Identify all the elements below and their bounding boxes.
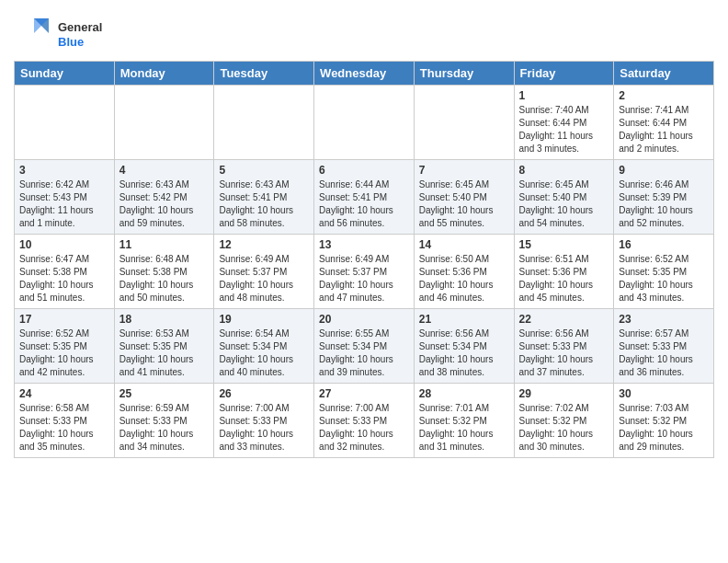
day-number: 24 <box>19 387 109 400</box>
day-number: 25 <box>119 387 210 400</box>
week-row-0: 1Sunrise: 7:40 AM Sunset: 6:44 PM Daylig… <box>15 86 714 160</box>
calendar-table: SundayMondayTuesdayWednesdayThursdayFrid… <box>14 61 714 458</box>
day-info: Sunrise: 7:00 AM Sunset: 5:33 PM Dayligh… <box>319 402 409 454</box>
day-number: 21 <box>419 313 509 326</box>
calendar-cell: 21Sunrise: 6:56 AM Sunset: 5:34 PM Dayli… <box>414 309 514 384</box>
day-info: Sunrise: 6:43 AM Sunset: 5:42 PM Dayligh… <box>119 178 210 230</box>
day-number: 30 <box>619 387 709 400</box>
calendar-cell <box>15 86 115 160</box>
calendar-cell: 13Sunrise: 6:49 AM Sunset: 5:37 PM Dayli… <box>314 235 415 309</box>
weekday-header-wednesday: Wednesday <box>314 62 415 86</box>
day-info: Sunrise: 6:42 AM Sunset: 5:43 PM Dayligh… <box>19 178 109 230</box>
calendar-cell: 3Sunrise: 6:42 AM Sunset: 5:43 PM Daylig… <box>15 160 115 235</box>
day-info: Sunrise: 6:52 AM Sunset: 5:35 PM Dayligh… <box>619 253 709 304</box>
logo-icon <box>14 15 54 55</box>
day-info: Sunrise: 7:03 AM Sunset: 5:32 PM Dayligh… <box>619 402 709 454</box>
day-number: 5 <box>219 164 309 177</box>
weekday-header-saturday: Saturday <box>614 62 714 86</box>
calendar-container: General Blue SundayMondayTuesdayWednesda… <box>0 0 728 467</box>
day-number: 3 <box>19 164 109 177</box>
day-info: Sunrise: 6:56 AM Sunset: 5:34 PM Dayligh… <box>419 327 509 379</box>
calendar-cell: 20Sunrise: 6:55 AM Sunset: 5:34 PM Dayli… <box>314 309 415 384</box>
calendar-cell: 28Sunrise: 7:01 AM Sunset: 5:32 PM Dayli… <box>414 384 514 458</box>
day-number: 19 <box>219 313 309 326</box>
day-number: 27 <box>319 387 409 400</box>
calendar-cell: 11Sunrise: 6:48 AM Sunset: 5:38 PM Dayli… <box>114 235 214 309</box>
calendar-cell: 17Sunrise: 6:52 AM Sunset: 5:35 PM Dayli… <box>15 309 115 384</box>
day-info: Sunrise: 6:59 AM Sunset: 5:33 PM Dayligh… <box>119 402 210 454</box>
day-info: Sunrise: 7:40 AM Sunset: 6:44 PM Dayligh… <box>519 104 609 155</box>
day-number: 13 <box>319 238 409 251</box>
day-info: Sunrise: 6:44 AM Sunset: 5:41 PM Dayligh… <box>319 178 409 230</box>
calendar-cell: 4Sunrise: 6:43 AM Sunset: 5:42 PM Daylig… <box>114 160 214 235</box>
day-info: Sunrise: 6:45 AM Sunset: 5:40 PM Dayligh… <box>419 178 509 230</box>
calendar-cell: 23Sunrise: 6:57 AM Sunset: 5:33 PM Dayli… <box>614 309 714 384</box>
day-number: 20 <box>319 313 409 326</box>
day-number: 11 <box>119 238 210 251</box>
day-number: 9 <box>619 164 709 177</box>
day-number: 4 <box>119 164 210 177</box>
day-info: Sunrise: 6:54 AM Sunset: 5:34 PM Dayligh… <box>219 327 309 379</box>
calendar-cell <box>314 86 415 160</box>
day-info: Sunrise: 7:41 AM Sunset: 6:44 PM Dayligh… <box>619 104 709 155</box>
weekday-header-thursday: Thursday <box>414 62 514 86</box>
calendar-cell: 18Sunrise: 6:53 AM Sunset: 5:35 PM Dayli… <box>114 309 214 384</box>
weekday-header-sunday: Sunday <box>15 62 115 86</box>
weekday-header-tuesday: Tuesday <box>214 62 314 86</box>
day-info: Sunrise: 7:01 AM Sunset: 5:32 PM Dayligh… <box>419 402 509 454</box>
calendar-cell: 22Sunrise: 6:56 AM Sunset: 5:33 PM Dayli… <box>514 309 614 384</box>
calendar-cell: 19Sunrise: 6:54 AM Sunset: 5:34 PM Dayli… <box>214 309 314 384</box>
day-number: 12 <box>219 238 309 251</box>
calendar-cell: 1Sunrise: 7:40 AM Sunset: 6:44 PM Daylig… <box>514 86 614 160</box>
day-info: Sunrise: 6:46 AM Sunset: 5:39 PM Dayligh… <box>619 178 709 230</box>
day-number: 18 <box>119 313 210 326</box>
week-row-2: 10Sunrise: 6:47 AM Sunset: 5:38 PM Dayli… <box>15 235 714 309</box>
day-info: Sunrise: 6:52 AM Sunset: 5:35 PM Dayligh… <box>19 327 109 379</box>
day-info: Sunrise: 6:45 AM Sunset: 5:40 PM Dayligh… <box>519 178 609 230</box>
day-number: 10 <box>19 238 109 251</box>
calendar-cell: 30Sunrise: 7:03 AM Sunset: 5:32 PM Dayli… <box>614 384 714 458</box>
calendar-cell: 14Sunrise: 6:50 AM Sunset: 5:36 PM Dayli… <box>414 235 514 309</box>
day-info: Sunrise: 7:02 AM Sunset: 5:32 PM Dayligh… <box>519 402 609 454</box>
calendar-cell: 24Sunrise: 6:58 AM Sunset: 5:33 PM Dayli… <box>15 384 115 458</box>
week-row-4: 24Sunrise: 6:58 AM Sunset: 5:33 PM Dayli… <box>15 384 714 458</box>
day-number: 14 <box>419 238 509 251</box>
weekday-header-monday: Monday <box>114 62 214 86</box>
day-info: Sunrise: 6:57 AM Sunset: 5:33 PM Dayligh… <box>619 327 709 379</box>
day-number: 16 <box>619 238 709 251</box>
calendar-cell <box>114 86 214 160</box>
calendar-cell: 5Sunrise: 6:43 AM Sunset: 5:41 PM Daylig… <box>214 160 314 235</box>
day-info: Sunrise: 6:43 AM Sunset: 5:41 PM Dayligh… <box>219 178 309 230</box>
day-number: 26 <box>219 387 309 400</box>
calendar-cell: 12Sunrise: 6:49 AM Sunset: 5:37 PM Dayli… <box>214 235 314 309</box>
calendar-cell: 29Sunrise: 7:02 AM Sunset: 5:32 PM Dayli… <box>514 384 614 458</box>
calendar-cell <box>414 86 514 160</box>
calendar-cell: 9Sunrise: 6:46 AM Sunset: 5:39 PM Daylig… <box>614 160 714 235</box>
day-number: 28 <box>419 387 509 400</box>
day-info: Sunrise: 7:00 AM Sunset: 5:33 PM Dayligh… <box>219 402 309 454</box>
weekday-header-friday: Friday <box>514 62 614 86</box>
day-number: 22 <box>519 313 609 326</box>
day-number: 29 <box>519 387 609 400</box>
day-number: 1 <box>519 89 609 102</box>
day-number: 6 <box>319 164 409 177</box>
day-number: 2 <box>619 89 709 102</box>
calendar-cell: 2Sunrise: 7:41 AM Sunset: 6:44 PM Daylig… <box>614 86 714 160</box>
day-info: Sunrise: 6:51 AM Sunset: 5:36 PM Dayligh… <box>519 253 609 304</box>
day-number: 15 <box>519 238 609 251</box>
calendar-cell: 6Sunrise: 6:44 AM Sunset: 5:41 PM Daylig… <box>314 160 415 235</box>
day-number: 7 <box>419 164 509 177</box>
calendar-cell: 27Sunrise: 7:00 AM Sunset: 5:33 PM Dayli… <box>314 384 415 458</box>
day-info: Sunrise: 6:49 AM Sunset: 5:37 PM Dayligh… <box>319 253 409 304</box>
calendar-cell <box>214 86 314 160</box>
day-info: Sunrise: 6:58 AM Sunset: 5:33 PM Dayligh… <box>19 402 109 454</box>
calendar-cell: 10Sunrise: 6:47 AM Sunset: 5:38 PM Dayli… <box>15 235 115 309</box>
weekday-header-row: SundayMondayTuesdayWednesdayThursdayFrid… <box>15 62 714 86</box>
week-row-1: 3Sunrise: 6:42 AM Sunset: 5:43 PM Daylig… <box>15 160 714 235</box>
day-info: Sunrise: 6:49 AM Sunset: 5:37 PM Dayligh… <box>219 253 309 304</box>
logo: General Blue <box>14 15 102 55</box>
calendar-cell: 25Sunrise: 6:59 AM Sunset: 5:33 PM Dayli… <box>114 384 214 458</box>
day-number: 8 <box>519 164 609 177</box>
week-row-3: 17Sunrise: 6:52 AM Sunset: 5:35 PM Dayli… <box>15 309 714 384</box>
day-info: Sunrise: 6:55 AM Sunset: 5:34 PM Dayligh… <box>319 327 409 379</box>
